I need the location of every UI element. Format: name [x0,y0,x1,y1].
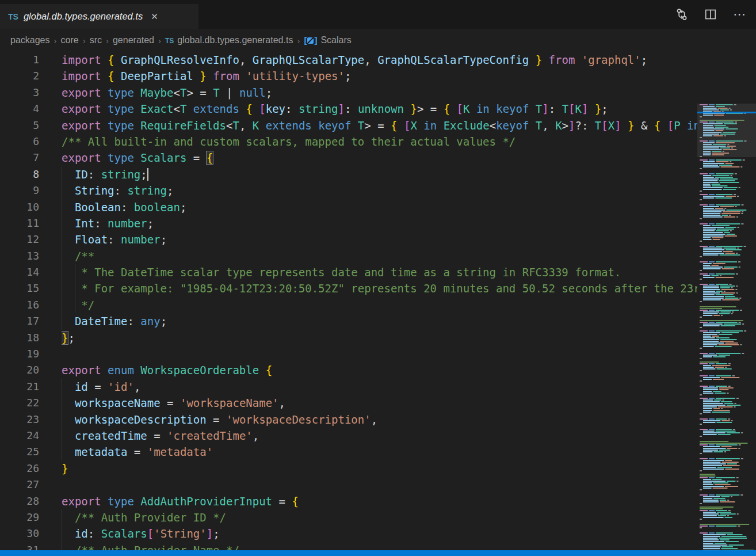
code-text: DateTime: any; [62,313,697,329]
line-number: 23 [0,412,39,428]
code-line[interactable]: 18}; [0,330,756,346]
code-line[interactable]: 22 workspaceName = 'workspaceName', [0,395,756,411]
code-line[interactable]: 14 * The DateTime scalar type represents… [0,264,756,280]
minimap[interactable] [697,104,756,556]
code-text: */ [62,297,697,313]
open-changes-icon[interactable] [675,8,688,21]
code-text: workspaceName = 'workspaceName', [62,395,697,411]
more-actions-icon[interactable]: ⋯ [733,8,746,21]
line-number: 20 [0,362,39,378]
line-number: 27 [0,477,39,493]
breadcrumb-separator: › [158,36,161,45]
code-lines: 1import { GraphQLResolveInfo, GraphQLSca… [0,52,756,556]
line-number: 8 [0,166,39,182]
code-line[interactable]: 28export type AddAuthProviderInput = { [0,493,756,509]
code-line[interactable]: 25 metadata = 'metadata' [0,444,756,460]
breadcrumb-separator: › [106,36,109,45]
code-text: export type AddAuthProviderInput = { [62,493,697,509]
code-text: createdTime = 'createdTime', [62,428,697,444]
line-number: 11 [0,215,39,231]
code-line[interactable]: 15 * For example: "1985-04-12T23:20:50.5… [0,280,756,296]
code-text: import { DeepPartial } from 'utility-typ… [62,68,697,84]
code-line[interactable]: 19 [0,346,756,362]
code-line[interactable]: 4export type Exact<T extends { [key: str… [0,101,756,117]
line-number: 5 [0,117,39,134]
code-line[interactable]: 2import { DeepPartial } from 'utility-ty… [0,68,756,84]
close-tab-icon[interactable]: ✕ [151,12,158,22]
line-number: 22 [0,395,39,411]
code-text: import { GraphQLResolveInfo, GraphQLScal… [62,52,697,68]
code-text: String: string; [62,182,697,199]
line-number: 16 [0,297,39,313]
code-line[interactable]: 21 id = 'id', [0,379,756,395]
code-line[interactable]: 9 String: string; [0,182,756,199]
breadcrumb-item[interactable]: core [61,35,79,45]
line-number: 30 [0,525,39,542]
breadcrumb-separator: › [297,36,300,45]
code-text: ID: string; [62,166,697,182]
line-number: 1 [0,52,39,68]
code-line[interactable]: 10 Boolean: boolean; [0,199,756,215]
code-text: metadata = 'metadata' [62,444,697,460]
breadcrumb-separator: › [54,36,57,45]
breadcrumb-item[interactable]: packages [10,35,50,45]
code-text: * For example: "1985-04-12T23:20:50.52Z"… [62,280,697,296]
line-number: 4 [0,101,39,117]
code-text: * The DateTime scalar type represents da… [62,264,697,280]
line-number: 21 [0,379,39,395]
code-line[interactable]: 1import { GraphQLResolveInfo, GraphQLSca… [0,52,756,68]
code-line[interactable]: 13 /** [0,248,756,264]
code-line[interactable]: 20export enum WorkspaceOrderable { [0,362,756,378]
code-text: /** All built-in and custom scalars, map… [62,134,697,150]
editor-actions: ⋯ [675,0,756,29]
breadcrumb-item[interactable]: src [90,35,102,45]
code-line[interactable]: 27 [0,477,756,493]
code-text: export type Exact<T extends { [key: stri… [62,101,697,117]
line-number: 18 [0,330,39,346]
code-line[interactable]: 23 workspaceDescription = 'workspaceDesc… [0,412,756,428]
code-text: Boolean: boolean; [62,199,697,215]
typescript-file-icon: TS [8,12,18,21]
code-line[interactable]: 26} [0,460,756,477]
line-number: 6 [0,134,39,150]
code-line[interactable]: 17 DateTime: any; [0,313,756,329]
line-number: 13 [0,248,39,264]
line-number: 28 [0,493,39,509]
code-text: export enum WorkspaceOrderable { [62,362,697,378]
code-line[interactable]: 30 id: Scalars['String']; [0,525,756,542]
line-number: 25 [0,444,39,460]
line-number: 3 [0,85,39,101]
status-bar [0,550,756,556]
code-line[interactable]: 29 /** Auth Provider ID */ [0,509,756,525]
code-line[interactable]: 16 */ [0,297,756,313]
breadcrumb-file[interactable]: TSglobal.db.types.generated.ts [165,35,293,45]
line-number: 10 [0,199,39,215]
code-line[interactable]: 7export type Scalars = { [0,150,756,166]
code-line[interactable]: 8 ID: string; [0,166,756,182]
symbol-type-icon: [] [304,35,317,45]
code-line[interactable]: 3export type Maybe<T> = T | null; [0,85,756,101]
code-editor[interactable]: 1import { GraphQLResolveInfo, GraphQLSca… [0,52,756,556]
code-text: /** [62,248,697,264]
split-editor-icon[interactable] [704,8,717,21]
line-number: 14 [0,264,39,280]
code-line[interactable]: 6/** All built-in and custom scalars, ma… [0,134,756,150]
line-number: 9 [0,182,39,199]
code-text: /** Auth Provider ID */ [62,509,697,525]
code-text: }; [62,330,697,346]
breadcrumb-item[interactable]: generated [113,35,154,45]
code-text: id: Scalars['String']; [62,525,697,542]
editor-tab[interactable]: TS global.db.types.generated.ts ✕ [0,4,198,29]
code-line[interactable]: 11 Int: number; [0,215,756,231]
line-number: 2 [0,68,39,84]
code-line[interactable]: 12 Float: number; [0,231,756,247]
breadcrumb-symbol[interactable]: []Scalars [304,35,351,45]
line-number: 7 [0,150,39,166]
breadcrumb: packages›core›src›generated›TSglobal.db.… [0,29,756,52]
code-text: Int: number; [62,215,697,231]
code-line[interactable]: 24 createdTime = 'createdTime', [0,428,756,444]
tab-bar: TS global.db.types.generated.ts ✕ [0,0,756,29]
code-line[interactable]: 5export type RequireFields<T, K extends … [0,117,756,134]
line-number: 12 [0,231,39,247]
code-text: Float: number; [62,231,697,247]
